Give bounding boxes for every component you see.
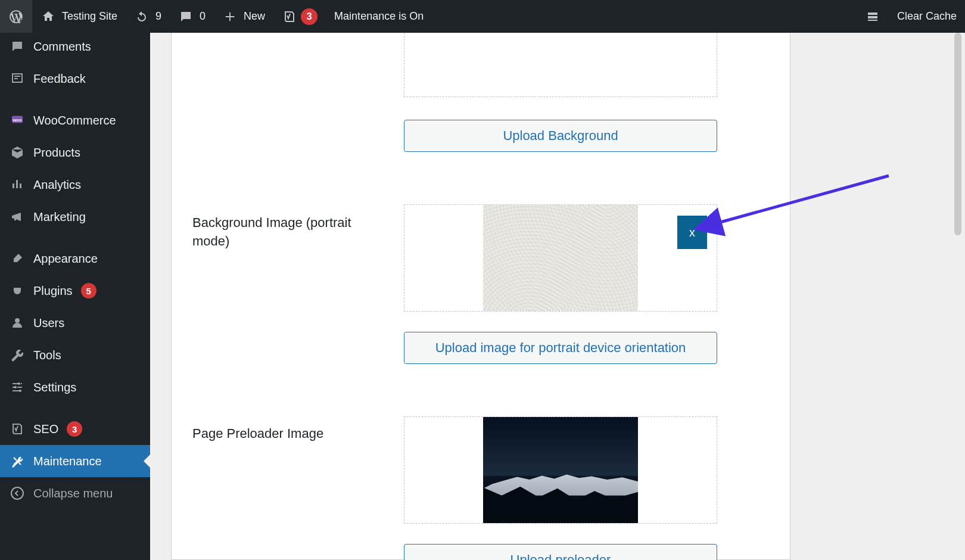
clear-cache-label: Clear Cache <box>897 10 957 23</box>
upload-portrait-button[interactable]: Upload image for portrait device orienta… <box>404 332 717 364</box>
new-content-menu[interactable]: New <box>214 0 273 33</box>
svg-point-2 <box>18 382 20 385</box>
remove-portrait-image-button[interactable]: x <box>677 216 707 249</box>
menu-item-tools[interactable]: Tools <box>0 339 150 371</box>
updates-menu[interactable]: 9 <box>126 0 170 33</box>
plug-icon <box>10 283 25 298</box>
menu-item-users[interactable]: Users <box>0 307 150 339</box>
menu-label: Comments <box>33 40 91 54</box>
bg-portrait-preview <box>404 204 717 312</box>
menu-label: SEO <box>33 422 58 436</box>
menu-item-appearance[interactable]: Appearance <box>0 242 150 275</box>
svg-text:woo: woo <box>13 117 22 123</box>
menu-item-seo[interactable]: SEO 3 <box>0 413 150 445</box>
menu-label: WooCommerce <box>33 114 116 127</box>
seo-count-badge: 3 <box>67 421 82 437</box>
comments-menu[interactable]: 0 <box>170 0 214 33</box>
plus-icon <box>222 9 238 24</box>
svg-point-4 <box>19 390 21 392</box>
settings-card: Upload Background Background Image (port… <box>171 33 790 560</box>
wordpress-icon <box>8 9 24 24</box>
sliders-icon <box>10 379 25 395</box>
paintbrush-icon <box>10 251 25 266</box>
content-area: Upload Background Background Image (port… <box>150 33 965 560</box>
yoast-icon <box>282 9 297 24</box>
bg-portrait-thumb <box>483 205 638 311</box>
comments-count: 0 <box>200 10 206 23</box>
menu-label: Maintenance <box>33 455 102 468</box>
svg-point-5 <box>11 487 23 499</box>
preloader-preview <box>404 416 717 524</box>
menu-label: Marketing <box>33 210 86 224</box>
menu-label: Tools <box>33 349 61 362</box>
preloader-thumb <box>483 417 638 523</box>
bar-chart-icon <box>10 177 25 192</box>
menu-item-marketing[interactable]: Marketing <box>0 201 150 233</box>
woocommerce-icon: woo <box>10 113 25 128</box>
upload-preloader-button[interactable]: Upload preloader <box>404 544 717 560</box>
wrench-icon <box>10 347 25 363</box>
feedback-icon <box>10 71 25 86</box>
megaphone-icon <box>10 209 25 225</box>
admin-toolbar: Testing Site 9 0 New 3 Maintenance is On… <box>0 0 965 33</box>
maintenance-status[interactable]: Maintenance is On <box>326 0 432 33</box>
comment-icon <box>178 9 194 24</box>
menu-label: Products <box>33 146 80 160</box>
tools-icon <box>10 453 25 469</box>
plugins-count-badge: 5 <box>81 283 96 298</box>
cache-icon <box>865 9 880 24</box>
wp-logo-menu[interactable] <box>0 0 32 33</box>
vertical-scrollbar[interactable] <box>952 33 963 558</box>
comment-icon <box>10 39 25 54</box>
yoast-icon <box>10 421 25 437</box>
collapse-label: Collapse menu <box>33 487 113 500</box>
yoast-count: 3 <box>301 8 317 25</box>
menu-label: Users <box>33 316 64 330</box>
user-icon <box>10 315 25 331</box>
scrollbar-thumb[interactable] <box>954 33 961 235</box>
menu-item-maintenance[interactable]: Maintenance <box>0 445 150 477</box>
menu-item-comments[interactable]: Comments <box>0 33 150 63</box>
background-image-thumb <box>483 33 638 97</box>
menu-label: Feedback <box>33 72 86 86</box>
menu-label: Analytics <box>33 178 81 192</box>
menu-label: Settings <box>33 381 76 394</box>
maintenance-status-label: Maintenance is On <box>334 10 424 23</box>
cache-menu[interactable] <box>857 0 889 33</box>
menu-item-analytics[interactable]: Analytics <box>0 169 150 201</box>
admin-menu: Comments Feedback woo WooCommerce Produc… <box>0 33 150 560</box>
menu-item-settings[interactable]: Settings <box>0 371 150 403</box>
clear-cache-button[interactable]: Clear Cache <box>889 0 965 33</box>
bg-portrait-label: Background Image (portrait mode) <box>192 214 377 251</box>
yoast-menu[interactable]: 3 <box>273 0 326 33</box>
site-name-label: Testing Site <box>62 10 117 23</box>
menu-item-woocommerce[interactable]: woo WooCommerce <box>0 104 150 136</box>
background-image-preview <box>404 33 717 97</box>
updates-count: 9 <box>155 10 161 23</box>
site-name-menu[interactable]: Testing Site <box>32 0 126 33</box>
preloader-label: Page Preloader Image <box>192 425 377 443</box>
collapse-menu-button[interactable]: Collapse menu <box>0 477 150 509</box>
svg-point-3 <box>14 386 17 388</box>
collapse-icon <box>10 486 25 501</box>
menu-item-feedback[interactable]: Feedback <box>0 63 150 95</box>
menu-item-products[interactable]: Products <box>0 136 150 169</box>
box-icon <box>10 145 25 160</box>
menu-label: Appearance <box>33 252 98 266</box>
upload-background-button[interactable]: Upload Background <box>404 120 717 152</box>
menu-label: Plugins <box>33 284 73 298</box>
menu-item-plugins[interactable]: Plugins 5 <box>0 275 150 307</box>
home-icon <box>41 9 56 24</box>
refresh-icon <box>134 9 150 24</box>
new-label: New <box>244 10 265 23</box>
